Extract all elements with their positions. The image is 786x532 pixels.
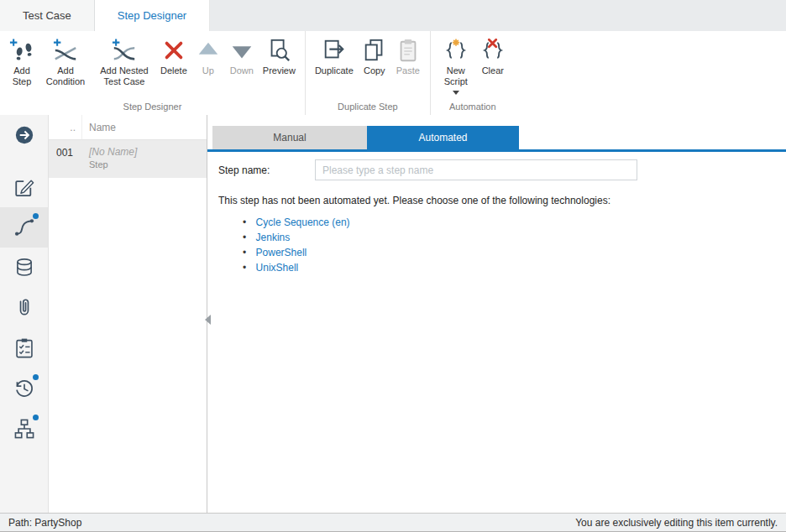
paste-button[interactable]: Paste [391, 36, 425, 78]
paste-icon [396, 38, 421, 63]
add-nested-test-case-button[interactable]: Add Nested Test Case [92, 36, 156, 89]
dropdown-chevron-icon [453, 91, 459, 95]
new-script-label: New Script [440, 65, 472, 87]
step-list: .. Name 001 [No Name] Step [49, 115, 207, 514]
clear-label: Clear [482, 65, 504, 76]
column-header-handle: .. [49, 115, 82, 139]
paperclip-icon [13, 297, 35, 319]
add-condition-icon [53, 38, 78, 63]
sidebar-item-steps[interactable] [0, 207, 48, 248]
copy-button[interactable]: Copy [358, 36, 391, 78]
step-type: Step [89, 159, 137, 170]
step-name: [No Name] [89, 146, 137, 158]
clear-script-icon [480, 38, 506, 63]
arrow-circle-icon [13, 124, 35, 146]
step-number: 001 [49, 140, 82, 178]
technology-link-powershell[interactable]: PowerShell [256, 247, 307, 258]
history-icon [13, 378, 35, 399]
checklist-icon [13, 337, 35, 359]
collapse-panel-button[interactable] [202, 312, 213, 327]
steps-icon [13, 216, 35, 238]
add-step-icon [9, 38, 34, 63]
notification-dot [33, 374, 39, 380]
notification-dot [33, 213, 39, 219]
add-step-button[interactable]: Add Step [5, 36, 39, 89]
technology-link-cycle-sequence[interactable]: Cycle Sequence (en) [256, 216, 350, 228]
technology-list-item: UnixShell [243, 260, 786, 275]
new-script-icon [443, 38, 469, 63]
column-header-name: Name [82, 122, 116, 133]
add-nested-test-case-icon [112, 38, 137, 63]
tab-manual[interactable]: Manual [212, 126, 367, 149]
tab-step-designer-label: Step Designer [118, 9, 186, 22]
step-name-input[interactable] [315, 159, 637, 180]
notification-dot [33, 415, 39, 420]
duplicate-button[interactable]: Duplicate [311, 36, 358, 78]
new-script-button[interactable]: New Script [436, 36, 476, 96]
tab-test-case-label: Test Case [23, 9, 71, 22]
preview-button[interactable]: Preview [259, 36, 300, 78]
ribbon-group-label-step-designer: Step Designer [0, 102, 305, 112]
copy-label: Copy [364, 65, 385, 76]
down-arrow-icon [229, 38, 254, 63]
preview-icon [266, 38, 291, 63]
step-editor-panel: Manual Automated Step name: This step ha… [207, 115, 786, 514]
ribbon-toolbar: Add Step Add Condition Add Nested Test C… [0, 31, 786, 116]
step-name-label: Step name: [218, 164, 315, 176]
step-name-cell: [No Name] Step [82, 140, 137, 178]
tab-automated-label: Automated [418, 132, 467, 143]
technology-list-item: Cycle Sequence (en) [243, 215, 786, 230]
navigation-sidebar [0, 115, 49, 514]
sidebar-item-hierarchy[interactable] [0, 409, 48, 449]
accent-underline [207, 149, 786, 152]
ribbon-group-label-duplicate-step: Duplicate Step [306, 102, 430, 112]
edit-icon [13, 176, 35, 198]
delete-label: Delete [160, 65, 187, 76]
step-name-form-row: Step name: [218, 159, 786, 180]
sidebar-item-history[interactable] [0, 368, 48, 409]
editor-tab-bar: Manual Automated [212, 126, 786, 149]
paste-label: Paste [396, 65, 420, 76]
automation-message: This step has not been automated yet. Pl… [218, 195, 786, 206]
technology-list: Cycle Sequence (en) Jenkins PowerShell U… [233, 215, 786, 275]
add-condition-label: Add Condition [43, 65, 88, 87]
sidebar-item-overview[interactable] [0, 115, 48, 155]
status-bar: Path: PartyShop You are exclusively edit… [0, 513, 786, 531]
technology-link-jenkins[interactable]: Jenkins [256, 232, 291, 243]
tab-automated[interactable]: Automated [367, 126, 519, 149]
step-list-header: .. Name [49, 115, 207, 140]
duplicate-label: Duplicate [315, 65, 354, 76]
step-row[interactable]: 001 [No Name] Step [49, 140, 207, 178]
duplicate-icon [322, 38, 347, 63]
add-condition-button[interactable]: Add Condition [39, 36, 92, 89]
delete-button[interactable]: Delete [156, 36, 191, 78]
delete-icon [161, 38, 186, 63]
collapse-arrow-icon [205, 315, 211, 325]
add-step-label: Add Step [9, 65, 34, 87]
ribbon-group-duplicate-step: Duplicate Copy Paste Duplicate Step [305, 31, 430, 115]
tab-manual-label: Manual [273, 132, 306, 143]
up-arrow-icon [196, 38, 221, 63]
hierarchy-icon [13, 418, 35, 440]
ribbon-group-label-automation: Automation [431, 102, 515, 112]
down-label: Down [230, 65, 254, 76]
status-editing-notice: You are exclusively editing this item cu… [575, 517, 778, 529]
technology-list-item: PowerShell [243, 245, 786, 260]
tab-step-designer[interactable]: Step Designer [95, 0, 210, 31]
technology-link-unixshell[interactable]: UnixShell [256, 262, 299, 274]
status-path: Path: PartyShop [8, 517, 81, 529]
sidebar-item-checklist[interactable] [0, 328, 48, 368]
down-button[interactable]: Down [225, 36, 259, 78]
sidebar-item-edit[interactable] [0, 167, 48, 207]
sidebar-item-data[interactable] [0, 248, 48, 288]
ribbon-group-step-designer: Add Step Add Condition Add Nested Test C… [0, 31, 305, 115]
copy-icon [362, 38, 387, 63]
add-nested-test-case-label: Add Nested Test Case [97, 65, 152, 87]
preview-label: Preview [263, 65, 296, 76]
sidebar-item-attachments[interactable] [0, 288, 48, 328]
clear-button[interactable]: Clear [476, 36, 510, 78]
tab-test-case[interactable]: Test Case [0, 0, 95, 31]
window-tab-bar: Test Case Step Designer [0, 0, 786, 31]
ribbon-group-automation: New Script Clear Automation [430, 31, 515, 115]
up-button[interactable]: Up [191, 36, 225, 78]
